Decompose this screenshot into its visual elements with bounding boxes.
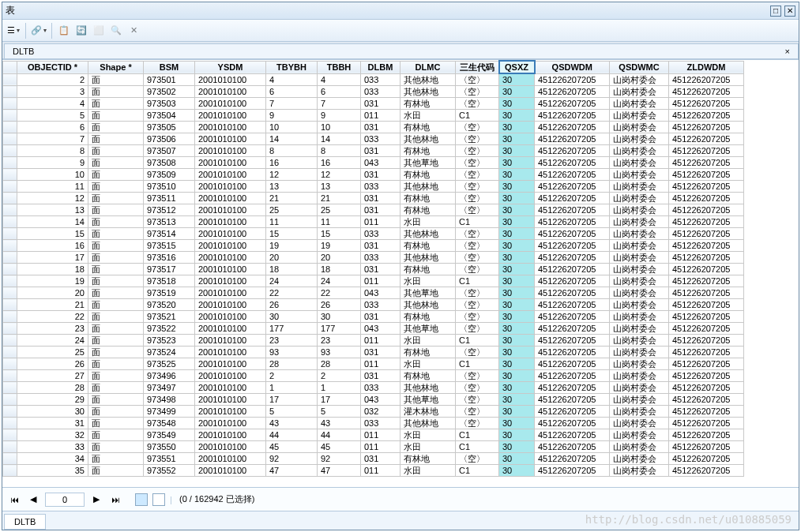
cell[interactable]: 30	[499, 169, 535, 181]
row-header[interactable]	[3, 110, 17, 122]
cell[interactable]: 20	[318, 252, 361, 264]
cell[interactable]: 451226207205	[669, 110, 744, 122]
cell[interactable]: 031	[361, 145, 400, 157]
cell[interactable]: 973511	[144, 193, 195, 204]
cell[interactable]: 011	[361, 216, 400, 228]
cell[interactable]: 29	[17, 394, 88, 406]
cell[interactable]: 30	[499, 406, 535, 418]
cell[interactable]: 451226207205	[669, 122, 744, 133]
cell[interactable]: 水田	[400, 429, 456, 441]
prev-record-button[interactable]: ◀	[26, 493, 40, 507]
cell[interactable]: 6	[17, 122, 88, 133]
cell[interactable]: 面	[88, 73, 144, 86]
cell[interactable]: 有林地	[400, 122, 456, 133]
data-grid[interactable]: OBJECTID *Shape *BSMYSDMTBYBHTBBHDLBMDLM…	[2, 59, 799, 487]
cell[interactable]: 93	[318, 347, 361, 358]
cell[interactable]: 19	[266, 240, 318, 252]
cell[interactable]: 山岗村委会	[610, 157, 669, 169]
cell[interactable]: 451226207205	[535, 335, 610, 347]
cell[interactable]: 2001010100	[195, 86, 266, 98]
row-header[interactable]	[3, 418, 17, 429]
cell[interactable]: 973548	[144, 418, 195, 429]
cell[interactable]: 2001010100	[195, 193, 266, 204]
cell[interactable]: 山岗村委会	[610, 98, 669, 110]
cell[interactable]: 山岗村委会	[610, 110, 669, 122]
cell[interactable]: 16	[266, 157, 318, 169]
cell[interactable]: 山岗村委会	[610, 133, 669, 145]
cell[interactable]: 451226207205	[535, 311, 610, 323]
cell[interactable]: 30	[499, 73, 535, 86]
cell[interactable]: 451226207205	[669, 323, 744, 335]
cell[interactable]: 451226207205	[669, 358, 744, 370]
cell[interactable]: 043	[361, 157, 400, 169]
row-header[interactable]	[3, 347, 17, 358]
cell[interactable]: 23	[266, 335, 318, 347]
cell[interactable]: 18	[266, 264, 318, 275]
table-options-button[interactable]: ☰	[6, 23, 21, 39]
cell[interactable]: 21	[266, 193, 318, 204]
cell[interactable]: 12	[266, 169, 318, 181]
cell[interactable]: 451226207205	[669, 275, 744, 287]
row-header[interactable]	[3, 252, 17, 264]
column-header[interactable]: BSM	[144, 61, 195, 73]
cell[interactable]: 451226207205	[669, 347, 744, 358]
cell[interactable]: 〈空〉	[456, 122, 499, 133]
cell[interactable]: 25	[266, 204, 318, 216]
cell[interactable]: 2001010100	[195, 347, 266, 358]
cell[interactable]: 011	[361, 358, 400, 370]
cell[interactable]: 面	[88, 299, 144, 311]
cell[interactable]: 451226207205	[669, 465, 744, 477]
cell[interactable]: 面	[88, 252, 144, 264]
cell[interactable]: 031	[361, 240, 400, 252]
cell[interactable]: 面	[88, 86, 144, 98]
cell[interactable]: 43	[318, 418, 361, 429]
cell[interactable]: 451226207205	[535, 133, 610, 145]
cell[interactable]: 47	[318, 465, 361, 477]
cell[interactable]: 2001010100	[195, 418, 266, 429]
cell[interactable]: 451226207205	[669, 228, 744, 240]
cell[interactable]: 其他草地	[400, 157, 456, 169]
cell[interactable]: 451226207205	[535, 240, 610, 252]
cell[interactable]: 451226207205	[535, 418, 610, 429]
cell[interactable]: 3	[17, 86, 88, 98]
cell[interactable]: 18	[17, 264, 88, 275]
clear-selection-button[interactable]: ⬜	[91, 23, 107, 39]
cell[interactable]: 451226207205	[535, 228, 610, 240]
cell[interactable]: 〈空〉	[456, 287, 499, 299]
cell[interactable]: 451226207205	[535, 394, 610, 406]
cell[interactable]: 451226207205	[669, 98, 744, 110]
cell[interactable]: 水田	[400, 358, 456, 370]
related-tables-button[interactable]: 🔗	[30, 23, 47, 39]
cell[interactable]: 21	[17, 299, 88, 311]
cell[interactable]: 山岗村委会	[610, 287, 669, 299]
cell[interactable]: 451226207205	[535, 204, 610, 216]
cell[interactable]: 1	[266, 382, 318, 394]
cell[interactable]: 031	[361, 98, 400, 110]
cell[interactable]: 山岗村委会	[610, 323, 669, 335]
cell[interactable]: 973498	[144, 394, 195, 406]
row-header[interactable]	[3, 323, 17, 335]
cell[interactable]: 30	[499, 193, 535, 204]
cell[interactable]: 其他林地	[400, 73, 456, 86]
cell[interactable]: 451226207205	[535, 453, 610, 465]
table-row[interactable]: 28面973497200101010011033其他林地〈空〉304512262…	[3, 382, 744, 394]
cell[interactable]: 451226207205	[669, 252, 744, 264]
cell[interactable]: 451226207205	[535, 370, 610, 382]
cell[interactable]: 30	[499, 429, 535, 441]
table-row[interactable]: 3面973502200101010066033其他林地〈空〉3045122620…	[3, 86, 744, 98]
cell[interactable]: 17	[266, 394, 318, 406]
cell[interactable]: 山岗村委会	[610, 299, 669, 311]
table-row[interactable]: 32面97354920010101004444011水田C13045122620…	[3, 429, 744, 441]
cell[interactable]: 面	[88, 418, 144, 429]
cell[interactable]: 面	[88, 157, 144, 169]
cell[interactable]: 〈空〉	[456, 73, 499, 86]
cell[interactable]: 〈空〉	[456, 145, 499, 157]
row-header[interactable]	[3, 204, 17, 216]
cell[interactable]: 10	[17, 169, 88, 181]
cell[interactable]: 2001010100	[195, 216, 266, 228]
cell[interactable]: 14	[266, 133, 318, 145]
cell[interactable]: 451226207205	[669, 86, 744, 98]
cell[interactable]: 033	[361, 133, 400, 145]
cell[interactable]: 031	[361, 370, 400, 382]
cell[interactable]: 2001010100	[195, 394, 266, 406]
